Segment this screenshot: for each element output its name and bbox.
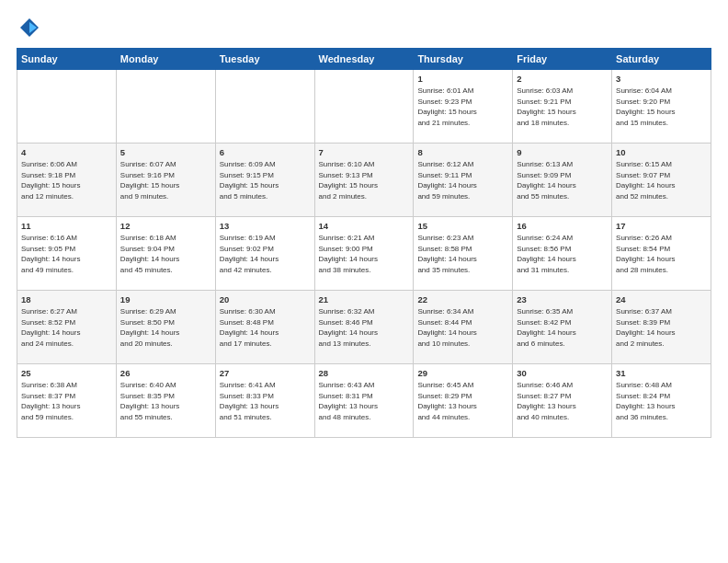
day-number: 28: [319, 368, 410, 378]
calendar-cell: 1Sunrise: 6:01 AM Sunset: 9:23 PM Daylig…: [414, 70, 513, 144]
day-number: 24: [616, 294, 707, 304]
day-number: 27: [220, 368, 311, 378]
day-info: Sunrise: 6:24 AM Sunset: 8:56 PM Dayligh…: [517, 233, 608, 275]
calendar-cell: 26Sunrise: 6:40 AM Sunset: 8:35 PM Dayli…: [116, 364, 215, 438]
calendar-header: SundayMondayTuesdayWednesdayThursdayFrid…: [17, 49, 711, 70]
calendar-cell: [17, 70, 117, 144]
day-info: Sunrise: 6:35 AM Sunset: 8:42 PM Dayligh…: [517, 306, 608, 349]
day-number: 26: [120, 368, 211, 378]
day-number: 30: [517, 368, 608, 378]
day-number: 10: [616, 147, 707, 157]
calendar-cell: 27Sunrise: 6:41 AM Sunset: 8:33 PM Dayli…: [215, 364, 314, 438]
calendar-cell: [116, 70, 215, 144]
day-number: 31: [616, 368, 707, 378]
calendar-cell: 15Sunrise: 6:23 AM Sunset: 8:58 PM Dayli…: [414, 217, 513, 291]
day-info: Sunrise: 6:23 AM Sunset: 8:58 PM Dayligh…: [417, 233, 508, 275]
day-info: Sunrise: 6:37 AM Sunset: 8:39 PM Dayligh…: [616, 306, 707, 349]
calendar-week-1: 1Sunrise: 6:01 AM Sunset: 9:23 PM Daylig…: [17, 70, 711, 144]
day-info: Sunrise: 6:12 AM Sunset: 9:11 PM Dayligh…: [417, 159, 508, 201]
calendar-cell: 3Sunrise: 6:04 AM Sunset: 9:20 PM Daylig…: [612, 70, 711, 144]
day-number: 12: [120, 221, 211, 231]
calendar-cell: 17Sunrise: 6:26 AM Sunset: 8:54 PM Dayli…: [612, 217, 711, 291]
day-number: 2: [517, 74, 608, 84]
day-info: Sunrise: 6:48 AM Sunset: 8:24 PM Dayligh…: [616, 380, 707, 422]
day-number: 14: [319, 221, 410, 231]
day-info: Sunrise: 6:07 AM Sunset: 9:16 PM Dayligh…: [120, 159, 211, 201]
calendar-cell: 11Sunrise: 6:16 AM Sunset: 9:05 PM Dayli…: [17, 217, 117, 291]
day-info: Sunrise: 6:04 AM Sunset: 9:20 PM Dayligh…: [616, 86, 707, 128]
day-info: Sunrise: 6:32 AM Sunset: 8:46 PM Dayligh…: [319, 306, 410, 349]
calendar-cell: 2Sunrise: 6:03 AM Sunset: 9:21 PM Daylig…: [513, 70, 612, 144]
day-number: 8: [417, 147, 508, 157]
day-info: Sunrise: 6:06 AM Sunset: 9:18 PM Dayligh…: [21, 159, 112, 201]
weekday-header-sunday: Sunday: [17, 49, 117, 70]
day-number: 21: [319, 294, 410, 304]
day-info: Sunrise: 6:34 AM Sunset: 8:44 PM Dayligh…: [417, 306, 508, 349]
day-info: Sunrise: 6:13 AM Sunset: 9:09 PM Dayligh…: [517, 159, 608, 201]
calendar-cell: 6Sunrise: 6:09 AM Sunset: 9:15 PM Daylig…: [215, 144, 314, 217]
day-number: 25: [21, 368, 112, 378]
day-number: 19: [120, 294, 211, 304]
day-info: Sunrise: 6:10 AM Sunset: 9:13 PM Dayligh…: [319, 159, 410, 201]
day-info: Sunrise: 6:46 AM Sunset: 8:27 PM Dayligh…: [517, 380, 608, 422]
day-info: Sunrise: 6:27 AM Sunset: 8:52 PM Dayligh…: [21, 306, 112, 349]
calendar-cell: 28Sunrise: 6:43 AM Sunset: 8:31 PM Dayli…: [314, 364, 414, 438]
day-number: 7: [319, 147, 410, 157]
calendar-cell: 25Sunrise: 6:38 AM Sunset: 8:37 PM Dayli…: [17, 364, 117, 438]
calendar-week-5: 25Sunrise: 6:38 AM Sunset: 8:37 PM Dayli…: [17, 364, 711, 438]
logo-icon: [17, 15, 42, 40]
day-number: 23: [517, 294, 608, 304]
weekday-header-friday: Friday: [513, 49, 612, 70]
day-info: Sunrise: 6:03 AM Sunset: 9:21 PM Dayligh…: [517, 86, 608, 128]
calendar-cell: 20Sunrise: 6:30 AM Sunset: 8:48 PM Dayli…: [215, 291, 314, 364]
day-info: Sunrise: 6:30 AM Sunset: 8:48 PM Dayligh…: [220, 306, 311, 349]
day-info: Sunrise: 6:19 AM Sunset: 9:02 PM Dayligh…: [220, 233, 311, 275]
calendar-cell: 7Sunrise: 6:10 AM Sunset: 9:13 PM Daylig…: [314, 144, 414, 217]
day-number: 3: [616, 74, 707, 84]
day-number: 20: [220, 294, 311, 304]
calendar-cell: 9Sunrise: 6:13 AM Sunset: 9:09 PM Daylig…: [513, 144, 612, 217]
day-number: 9: [517, 147, 608, 157]
calendar-cell: 21Sunrise: 6:32 AM Sunset: 8:46 PM Dayli…: [314, 291, 414, 364]
day-info: Sunrise: 6:16 AM Sunset: 9:05 PM Dayligh…: [21, 233, 112, 275]
day-number: 16: [517, 221, 608, 231]
day-number: 15: [417, 221, 508, 231]
weekday-header-tuesday: Tuesday: [215, 49, 314, 70]
day-info: Sunrise: 6:29 AM Sunset: 8:50 PM Dayligh…: [120, 306, 211, 349]
calendar-week-2: 4Sunrise: 6:06 AM Sunset: 9:18 PM Daylig…: [17, 144, 711, 217]
calendar-cell: 18Sunrise: 6:27 AM Sunset: 8:52 PM Dayli…: [17, 291, 117, 364]
day-info: Sunrise: 6:09 AM Sunset: 9:15 PM Dayligh…: [220, 159, 311, 201]
calendar-cell: [314, 70, 414, 144]
day-number: 13: [220, 221, 311, 231]
calendar-cell: 31Sunrise: 6:48 AM Sunset: 8:24 PM Dayli…: [612, 364, 711, 438]
day-info: Sunrise: 6:41 AM Sunset: 8:33 PM Dayligh…: [220, 380, 311, 422]
calendar-table: SundayMondayTuesdayWednesdayThursdayFrid…: [17, 48, 711, 438]
calendar-cell: 5Sunrise: 6:07 AM Sunset: 9:16 PM Daylig…: [116, 144, 215, 217]
logo: [17, 15, 46, 40]
calendar-cell: 30Sunrise: 6:46 AM Sunset: 8:27 PM Dayli…: [513, 364, 612, 438]
day-number: 4: [21, 147, 112, 157]
calendar-cell: 12Sunrise: 6:18 AM Sunset: 9:04 PM Dayli…: [116, 217, 215, 291]
day-number: 6: [220, 147, 311, 157]
day-info: Sunrise: 6:15 AM Sunset: 9:07 PM Dayligh…: [616, 159, 707, 201]
day-info: Sunrise: 6:21 AM Sunset: 9:00 PM Dayligh…: [319, 233, 410, 275]
day-number: 11: [21, 221, 112, 231]
calendar-cell: 14Sunrise: 6:21 AM Sunset: 9:00 PM Dayli…: [314, 217, 414, 291]
day-info: Sunrise: 6:18 AM Sunset: 9:04 PM Dayligh…: [120, 233, 211, 275]
calendar-cell: 13Sunrise: 6:19 AM Sunset: 9:02 PM Dayli…: [215, 217, 314, 291]
calendar-cell: 22Sunrise: 6:34 AM Sunset: 8:44 PM Dayli…: [414, 291, 513, 364]
weekday-header-saturday: Saturday: [612, 49, 711, 70]
calendar-cell: 16Sunrise: 6:24 AM Sunset: 8:56 PM Dayli…: [513, 217, 612, 291]
day-info: Sunrise: 6:45 AM Sunset: 8:29 PM Dayligh…: [417, 380, 508, 422]
calendar-cell: 23Sunrise: 6:35 AM Sunset: 8:42 PM Dayli…: [513, 291, 612, 364]
day-info: Sunrise: 6:40 AM Sunset: 8:35 PM Dayligh…: [120, 380, 211, 422]
calendar-body: 1Sunrise: 6:01 AM Sunset: 9:23 PM Daylig…: [17, 70, 711, 438]
calendar-cell: 19Sunrise: 6:29 AM Sunset: 8:50 PM Dayli…: [116, 291, 215, 364]
calendar-week-4: 18Sunrise: 6:27 AM Sunset: 8:52 PM Dayli…: [17, 291, 711, 364]
calendar-cell: 8Sunrise: 6:12 AM Sunset: 9:11 PM Daylig…: [414, 144, 513, 217]
weekday-header-monday: Monday: [116, 49, 215, 70]
day-number: 17: [616, 221, 707, 231]
day-number: 22: [417, 294, 508, 304]
calendar-cell: [215, 70, 314, 144]
day-number: 18: [21, 294, 112, 304]
